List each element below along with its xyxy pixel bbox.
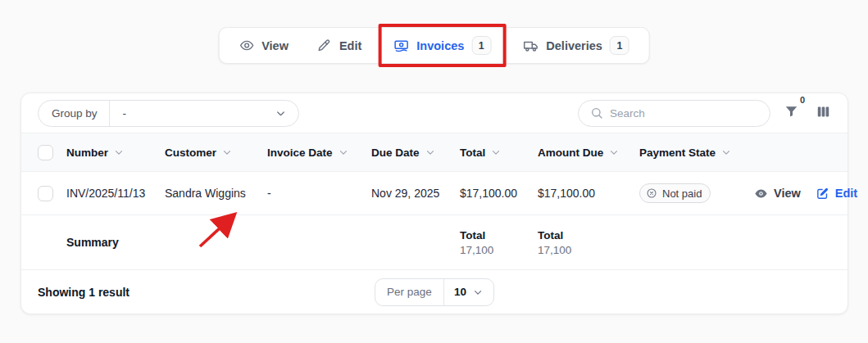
invoices-highlight-box: Invoices 1 [378, 24, 506, 67]
banknote-icon [393, 38, 409, 54]
cell-payment-state: Not paid [639, 183, 754, 203]
per-page-select[interactable]: 10 [444, 286, 493, 298]
pencil-icon [316, 38, 332, 53]
column-header-amount-due[interactable]: Amount Due [538, 147, 639, 159]
sort-chevron-icon [425, 147, 436, 158]
group-by-control[interactable]: Group by - [38, 100, 299, 127]
column-header-invoice-date[interactable]: Invoice Date [267, 147, 371, 159]
search-input[interactable] [610, 107, 758, 120]
cell-invoice-date: - [267, 187, 371, 200]
sort-chevron-icon [221, 147, 233, 158]
summary-total: Total 17,100 [460, 229, 538, 256]
columns-icon [816, 104, 831, 120]
column-header-payment-state[interactable]: Payment State [639, 147, 754, 159]
circle-x-icon [646, 187, 657, 199]
cell-number: INV/2025/11/13 [66, 187, 165, 200]
per-page-label: Per page [375, 279, 444, 305]
invoices-table-card: Group by - 0 [20, 93, 848, 314]
sort-chevron-icon [608, 147, 620, 158]
summary-amount-due: Total 17,100 [538, 229, 639, 256]
per-page-value: 10 [454, 286, 466, 298]
per-page-control[interactable]: Per page 10 [375, 278, 494, 306]
eye-icon [239, 38, 254, 53]
sort-chevron-icon [113, 147, 125, 158]
cell-amount-due: $17,100.00 [538, 187, 639, 200]
group-by-select[interactable]: - [110, 107, 298, 120]
cell-total: $17,100.00 [460, 187, 538, 200]
group-by-value: - [123, 107, 127, 120]
results-count-text: Showing 1 result [38, 286, 130, 299]
tab-edit[interactable]: Edit [316, 27, 361, 64]
eye-filled-icon [754, 187, 768, 201]
tab-deliveries[interactable]: Deliveries 1 [522, 27, 629, 64]
tab-view-label: View [261, 39, 289, 52]
table-row: INV/2025/11/13 Sandra Wiggins - Nov 29, … [21, 172, 848, 215]
cell-customer: Sandra Wiggins [165, 187, 267, 200]
column-header-due-date[interactable]: Due Date [371, 147, 460, 159]
table-footer: Showing 1 result Per page 10 [21, 270, 848, 314]
sort-chevron-icon [720, 147, 732, 158]
row-edit-button[interactable]: Edit [816, 187, 857, 201]
column-header-number[interactable]: Number [66, 147, 165, 159]
table-controls-right: 0 [578, 100, 831, 127]
column-header-customer[interactable]: Customer [165, 147, 267, 159]
cell-due-date: Nov 29, 2025 [371, 187, 460, 200]
row-checkbox[interactable] [38, 186, 53, 201]
funnel-icon [784, 104, 799, 120]
sort-chevron-icon [490, 147, 502, 158]
tab-deliveries-label: Deliveries [546, 39, 602, 52]
record-toolbar: View Edit Invoices 1 Deliveries 1 [218, 27, 650, 64]
select-all-checkbox[interactable] [38, 145, 53, 160]
tab-view[interactable]: View [239, 27, 289, 64]
tab-edit-label: Edit [339, 39, 361, 52]
row-actions: View Edit [754, 187, 868, 201]
invoices-count-badge: 1 [471, 36, 491, 55]
search-icon [590, 106, 603, 120]
summary-row: Summary Total 17,100 Total 17,100 [21, 215, 848, 270]
truck-icon [522, 38, 539, 54]
chevron-down-icon [275, 107, 287, 120]
tab-invoices-label: Invoices [416, 39, 464, 52]
status-badge-not-paid: Not paid [639, 183, 711, 203]
filter-count-badge: 0 [800, 95, 805, 105]
group-by-label: Group by [39, 101, 110, 126]
edit-square-icon [816, 187, 829, 201]
columns-button[interactable] [816, 104, 831, 123]
deliveries-count-badge: 1 [610, 36, 629, 55]
chevron-down-icon [472, 287, 484, 298]
summary-label: Summary [66, 236, 165, 249]
filter-button[interactable]: 0 [784, 104, 799, 123]
table-controls: Group by - 0 [21, 93, 848, 133]
tab-invoices[interactable]: Invoices 1 [393, 27, 491, 64]
column-header-total[interactable]: Total [460, 147, 538, 159]
search-box[interactable] [578, 100, 770, 127]
table-header-row: Number Customer Invoice Date Due Date To… [21, 133, 848, 172]
row-view-button[interactable]: View [754, 187, 801, 201]
sort-chevron-icon [338, 147, 349, 158]
